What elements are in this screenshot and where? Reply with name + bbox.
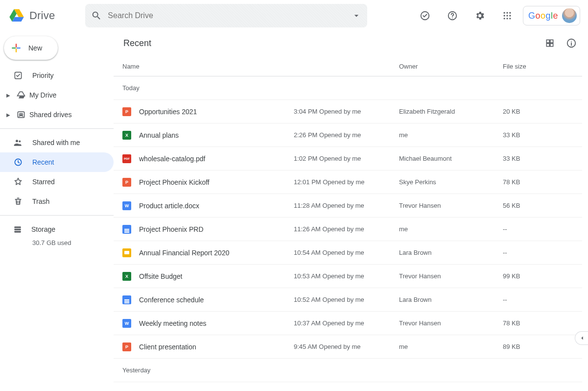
nav-trash[interactable]: Trash xyxy=(0,192,114,211)
file-type-icon xyxy=(122,178,131,187)
file-type-icon xyxy=(122,272,131,281)
svg-point-15 xyxy=(21,114,23,115)
file-row[interactable]: Annual plans2:26 PM Opened by meme33 KB xyxy=(114,123,582,147)
nav-shared-drives[interactable]: ▶ Shared drives xyxy=(0,105,114,124)
nav-priority[interactable]: Priority xyxy=(0,66,114,85)
new-button[interactable]: New xyxy=(4,36,58,60)
file-owner: Trevor Hansen xyxy=(399,202,503,209)
nav-my-drive[interactable]: ▶ My Drive xyxy=(0,85,114,105)
storage-icon xyxy=(13,224,23,234)
col-owner[interactable]: Owner xyxy=(399,63,503,70)
file-name: wholesale-catalog.pdf xyxy=(139,155,205,163)
my-drive-icon xyxy=(16,90,26,100)
file-size: 78 KB xyxy=(503,178,582,186)
svg-rect-21 xyxy=(14,231,21,232)
details-icon[interactable] xyxy=(561,32,582,54)
nav-label: Priority xyxy=(32,72,54,79)
file-size: 33 KB xyxy=(503,155,582,162)
search-input[interactable] xyxy=(108,11,352,20)
file-type-icon xyxy=(122,295,131,304)
drive-brand[interactable]: Drive xyxy=(4,8,60,24)
svg-point-28 xyxy=(571,41,572,42)
search-icon xyxy=(91,10,102,21)
settings-icon[interactable] xyxy=(468,4,492,27)
file-size: 78 KB xyxy=(503,319,582,327)
file-owner: Trevor Hansen xyxy=(399,319,503,327)
file-row[interactable]: wholesale-catalog.pdf1:02 PM Opened by m… xyxy=(114,147,582,171)
section-header: Today xyxy=(114,76,582,100)
caret-icon: ▶ xyxy=(4,112,13,118)
nav-label: Starred xyxy=(32,178,55,186)
svg-rect-25 xyxy=(550,44,553,47)
col-size[interactable]: File size xyxy=(503,63,582,70)
file-owner: me xyxy=(399,225,503,233)
file-list: TodayOpportunities 20213:04 PM Opened by… xyxy=(114,76,582,382)
nav-label: Shared drives xyxy=(29,111,71,119)
apps-icon[interactable] xyxy=(495,4,519,27)
svg-rect-23 xyxy=(550,40,553,43)
file-row[interactable]: Offsite Budget10:53 AM Opened by meTrevo… xyxy=(114,265,582,288)
star-icon xyxy=(13,177,24,187)
file-modified: 1:02 PM Opened by me xyxy=(294,155,399,162)
file-row[interactable]: Weekly meeting notes10:37 AM Opened by m… xyxy=(114,312,582,335)
file-name: Client presentation xyxy=(139,343,196,351)
file-owner: Elizabeth Fitzgerald xyxy=(399,108,503,115)
file-row[interactable]: Product article.docx11:28 AM Opened by m… xyxy=(114,194,582,218)
search-bar[interactable] xyxy=(85,4,367,27)
ready-offline-icon[interactable] xyxy=(413,4,437,27)
file-row[interactable]: Conference schedule10:52 AM Opened by me… xyxy=(114,288,582,312)
nav-label: Recent xyxy=(32,158,54,166)
storage-label: Storage xyxy=(31,225,55,233)
file-row[interactable]: Annual Financial Report 202010:54 AM Ope… xyxy=(114,241,582,265)
file-type-icon xyxy=(122,107,131,116)
col-name[interactable]: Name xyxy=(122,63,294,70)
file-size: -- xyxy=(503,225,582,233)
file-size: 56 KB xyxy=(503,202,582,209)
avatar-icon xyxy=(562,8,577,23)
grid-view-icon[interactable] xyxy=(539,32,561,54)
search-options-icon[interactable] xyxy=(352,11,361,21)
file-owner: Lara Brown xyxy=(399,249,503,256)
shared-drives-icon xyxy=(16,110,26,120)
plus-icon xyxy=(10,42,23,54)
nav-starred[interactable]: Starred xyxy=(0,172,114,192)
column-headers: Name Owner File size xyxy=(114,57,582,76)
trash-icon xyxy=(13,196,24,206)
file-type-icon xyxy=(122,201,131,210)
file-type-icon xyxy=(122,154,131,163)
nav-shared-with-me[interactable]: Shared with me xyxy=(0,133,114,152)
file-owner: Michael Beaumont xyxy=(399,155,503,162)
help-icon[interactable] xyxy=(441,4,464,27)
nav-storage: Storage 30.7 GB used xyxy=(0,220,114,246)
file-name: Project Phoenix PRD xyxy=(139,225,204,233)
file-row[interactable]: Project Phoenix Kickoff12:01 PM Opened b… xyxy=(114,171,582,194)
file-row[interactable]: Client presentation9:45 AM Opened by mem… xyxy=(114,335,582,359)
file-type-icon xyxy=(122,225,131,234)
file-modified: 3:04 PM Opened by me xyxy=(294,108,399,115)
page-title: Recent xyxy=(123,38,151,49)
priority-icon xyxy=(13,71,24,80)
svg-point-5 xyxy=(509,12,511,14)
account-chip[interactable]: Google xyxy=(523,6,580,25)
titlebar: Recent xyxy=(114,31,582,55)
svg-rect-19 xyxy=(14,226,21,228)
svg-point-11 xyxy=(509,18,511,19)
side-panel-toggle[interactable] xyxy=(575,331,588,345)
file-size: 20 KB xyxy=(503,108,582,115)
nav-recent[interactable]: Recent xyxy=(0,152,114,172)
file-modified: 10:53 AM Opened by me xyxy=(294,272,399,280)
file-name: Weekly meeting notes xyxy=(139,319,206,327)
svg-point-6 xyxy=(503,15,505,16)
google-logo: Google xyxy=(528,11,558,21)
file-modified: 10:54 AM Opened by me xyxy=(294,249,399,256)
file-name: Annual Financial Report 2020 xyxy=(139,249,229,257)
file-name: Offsite Budget xyxy=(139,272,182,280)
app-name: Drive xyxy=(29,9,55,22)
file-size: 99 KB xyxy=(503,272,582,280)
nav-storage-link[interactable]: Storage xyxy=(13,220,114,239)
new-button-label: New xyxy=(28,44,42,52)
file-row[interactable]: Project Phoenix PRD11:26 AM Opened by me… xyxy=(114,218,582,241)
file-row[interactable]: Opportunities 20213:04 PM Opened by meEl… xyxy=(114,100,582,123)
file-type-icon xyxy=(122,319,131,328)
svg-rect-22 xyxy=(546,40,549,43)
